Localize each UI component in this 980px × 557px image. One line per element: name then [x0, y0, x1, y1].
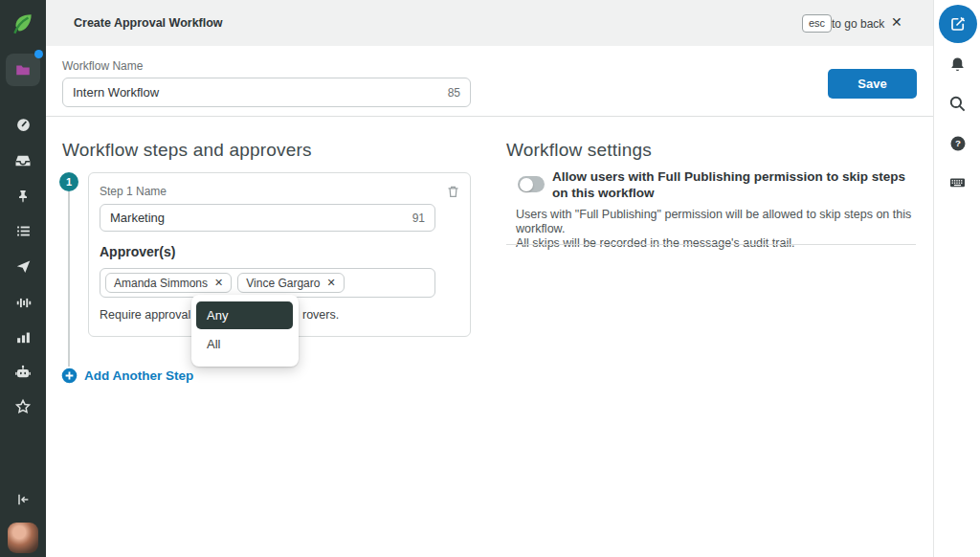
add-another-step-button[interactable]: Add Another Step [61, 368, 193, 384]
search-button[interactable] [947, 94, 968, 114]
approver-name: Amanda Simmons [114, 277, 208, 290]
notifications-button[interactable] [947, 55, 968, 75]
sidebar-item-feeds[interactable] [0, 214, 46, 247]
settings-section-heading: Workflow settings [506, 140, 652, 161]
save-button[interactable]: Save [828, 69, 917, 99]
sidebar-item-pinned[interactable] [0, 180, 46, 212]
plus-circle-icon [61, 368, 78, 384]
remove-approver-icon[interactable]: ✕ [214, 277, 223, 289]
star-icon [14, 398, 32, 415]
step-number-badge: 1 [59, 172, 78, 191]
help-icon: ? [949, 135, 967, 152]
require-approval-text-right: rovers. [302, 308, 339, 322]
gauge-icon [15, 117, 32, 133]
steps-section-heading: Workflow steps and approvers [62, 140, 312, 161]
keyboard-icon [948, 173, 967, 191]
close-icon[interactable]: ✕ [891, 14, 902, 30]
workflow-name-input[interactable]: Intern Workflow 85 [62, 78, 471, 107]
search-icon [948, 95, 967, 113]
description-line: Users with "Full Publishing" permission … [516, 208, 922, 236]
user-avatar[interactable] [8, 523, 38, 553]
trash-icon [446, 184, 460, 199]
step-name-input[interactable]: Marketing 91 [100, 204, 435, 232]
step-name-value: Marketing [110, 211, 412, 225]
esc-key-badge: esc [802, 14, 832, 33]
bell-icon [948, 56, 967, 74]
step-name-counter: 91 [412, 212, 425, 225]
page-title: Create Approval Workflow [74, 16, 223, 30]
dropdown-option-any[interactable]: Any [196, 301, 293, 329]
waveform-icon [15, 295, 32, 311]
main-panel: Create Approval Workflow esc to go back … [46, 0, 933, 557]
remove-approver-icon[interactable]: ✕ [326, 277, 335, 289]
sidebar-item-listening[interactable] [0, 286, 46, 319]
bar-chart-icon [15, 329, 32, 345]
approver-tag: Amanda Simmons ✕ [105, 273, 232, 293]
collapse-icon [15, 492, 31, 507]
step-connector-line [68, 191, 70, 367]
folder-icon [14, 61, 32, 78]
approver-name: Vince Gargaro [246, 277, 320, 290]
skip-steps-toggle[interactable] [518, 176, 545, 192]
sidebar-item-automation[interactable] [0, 356, 46, 389]
approval-mode-dropdown: Any All [191, 295, 299, 367]
inbox-icon [14, 152, 32, 169]
approvers-label: Approver(s) [100, 244, 175, 259]
delete-step-button[interactable] [446, 184, 460, 203]
list-icon [15, 223, 32, 239]
workflow-name-value: Intern Workflow [73, 85, 448, 100]
sprout-logo-icon [0, 8, 46, 40]
approvers-input[interactable]: Amanda Simmons ✕ Vince Gargaro ✕ [100, 268, 435, 298]
approver-tag: Vince Gargaro ✕ [237, 273, 344, 293]
bot-icon [14, 364, 32, 381]
sidebar-item-reviews[interactable] [0, 390, 46, 423]
workflow-name-label: Workflow Name [62, 59, 143, 73]
compose-icon [949, 15, 967, 33]
toggle-knob [520, 178, 533, 191]
left-sidebar [0, 0, 46, 557]
sidebar-collapse-button[interactable] [0, 483, 46, 516]
sidebar-item-publishing[interactable] [0, 250, 46, 282]
sidebar-item-reports[interactable] [0, 321, 46, 353]
compose-button[interactable] [939, 5, 977, 43]
notification-dot [34, 50, 43, 58]
right-sidebar: ? [933, 0, 980, 557]
keyboard-shortcuts-button[interactable] [947, 172, 968, 192]
dropdown-option-all[interactable]: All [207, 337, 220, 351]
step-name-label: Step 1 Name [100, 185, 167, 198]
help-button[interactable]: ? [947, 133, 968, 153]
add-step-label: Add Another Step [84, 368, 193, 383]
divider [506, 244, 916, 245]
sidebar-item-inbox[interactable] [0, 145, 46, 177]
modal-header: Create Approval Workflow esc to go back … [46, 0, 933, 46]
skip-steps-toggle-label: Allow users with Full Publishing permiss… [552, 168, 916, 201]
workflow-name-counter: 85 [448, 86, 460, 100]
pin-icon [15, 189, 31, 204]
paper-plane-icon [15, 258, 32, 275]
divider [46, 116, 933, 117]
svg-text:?: ? [955, 138, 961, 148]
sidebar-item-dashboard[interactable] [0, 108, 46, 141]
sidebar-item-assets-active[interactable] [6, 54, 40, 86]
esc-hint-text: to go back [832, 17, 884, 31]
